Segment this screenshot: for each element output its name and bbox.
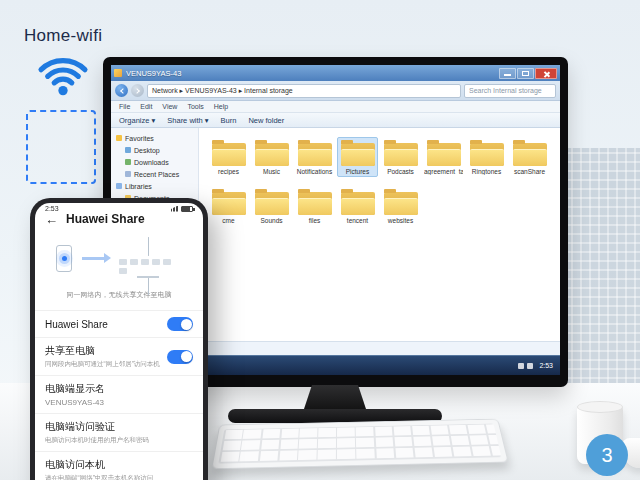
folder-view: recipes Music Notifications Pictures Pod…: [199, 128, 560, 341]
folder-icon: [212, 189, 246, 215]
share-caption: 同一网络内，无线共享文件至电脑: [45, 290, 193, 300]
folder-icon: [384, 189, 418, 215]
menu-bar: File Edit View Tools Help: [111, 101, 560, 113]
folder-item[interactable]: Sounds: [251, 186, 292, 226]
share-with-button[interactable]: Share with ▾: [167, 116, 208, 125]
folder-icon: [384, 140, 418, 166]
organize-button[interactable]: Organize ▾: [119, 116, 155, 125]
phone-status-bar: 2:53: [35, 203, 203, 212]
monitor-stand-neck: [303, 385, 367, 412]
step-number-badge: 3: [586, 434, 628, 476]
network-zone-outline: [26, 110, 96, 184]
access-verification-row[interactable]: 电脑端访问验证 电脑访问本机时使用的用户名和密码: [35, 413, 203, 451]
clock[interactable]: 2:53: [536, 362, 556, 369]
folder-item[interactable]: Podcasts: [380, 137, 421, 177]
sidebar-item-downloads[interactable]: Downloads: [111, 156, 198, 168]
folder-item[interactable]: agreement_talk: [423, 137, 464, 177]
recent-places-icon: [125, 171, 131, 177]
wifi-icon: [34, 50, 92, 96]
toggle-knob: [181, 319, 192, 330]
computer-glyph-icon: [114, 238, 182, 278]
folder-icon: [341, 189, 375, 215]
folder-icon: [298, 189, 332, 215]
window-icon: [114, 69, 122, 77]
folder-icon: [255, 140, 289, 166]
background-building: [562, 148, 640, 388]
folder-icon: [341, 140, 375, 166]
pc-access-row[interactable]: 电脑访问本机 请在电脑端“网络”中双击本机名称访问: [35, 451, 203, 480]
maximize-button[interactable]: [517, 68, 534, 79]
folder-item-selected[interactable]: Pictures: [337, 137, 378, 177]
downloads-icon: [125, 159, 131, 165]
network-tray-icon[interactable]: [518, 363, 524, 369]
search-input[interactable]: Search Internal storage: [464, 84, 556, 98]
folder-item[interactable]: cme: [208, 186, 249, 226]
phone-glyph-icon: [56, 245, 72, 272]
window-title: VENUS9YAS-43: [126, 69, 499, 78]
libraries-icon: [116, 183, 122, 189]
navigation-bar: Network ▸ VENUS9YAS-43 ▸ Internal storag…: [111, 81, 560, 101]
folder-item[interactable]: websites: [380, 186, 421, 226]
keyboard: [211, 419, 509, 470]
command-bar: Organize ▾ Share with ▾ Burn New folder: [111, 113, 560, 128]
sidebar-item-recent[interactable]: Recent Places: [111, 168, 198, 180]
window-titlebar: VENUS9YAS-43: [111, 65, 560, 81]
phone-screen: 2:53 ← Huawei Share: [35, 203, 203, 480]
folder-icon: [513, 140, 547, 166]
burn-button[interactable]: Burn: [221, 116, 237, 125]
battery-icon: [181, 206, 193, 212]
phone: 2:53 ← Huawei Share: [30, 198, 208, 480]
folder-item[interactable]: recipes: [208, 137, 249, 177]
menu-tools[interactable]: Tools: [187, 103, 203, 110]
volume-tray-icon[interactable]: [527, 363, 533, 369]
menu-view[interactable]: View: [162, 103, 177, 110]
menu-file[interactable]: File: [119, 103, 130, 110]
huawei-share-row[interactable]: Huawei Share: [35, 310, 203, 337]
folder-item[interactable]: Ringtones: [466, 137, 507, 177]
sidebar-item-favorites[interactable]: Favorites: [111, 132, 198, 144]
folder-icon: [427, 140, 461, 166]
folder-item[interactable]: scanShare: [509, 137, 550, 177]
device-name-value: VENUS9YAS-43: [45, 398, 193, 407]
folder-icon: [298, 140, 332, 166]
signal-icon: [171, 206, 178, 212]
arrow-icon: [82, 257, 104, 260]
folder-item[interactable]: Notifications: [294, 137, 335, 177]
huawei-share-toggle[interactable]: [167, 317, 193, 331]
back-icon[interactable]: [115, 84, 128, 97]
address-bar[interactable]: Network ▸ VENUS9YAS-43 ▸ Internal storag…: [147, 84, 461, 98]
folder-icon: [212, 140, 246, 166]
close-button[interactable]: [535, 68, 557, 79]
new-folder-button[interactable]: New folder: [248, 116, 284, 125]
keyboard-keys: [218, 424, 501, 464]
desktop-icon: [125, 147, 131, 153]
scene: Home-wifi VENUS9YAS-43: [0, 0, 640, 480]
share-illustration: 同一网络内，无线共享文件至电脑: [35, 226, 203, 310]
phone-clock: 2:53: [45, 205, 59, 212]
phone-header: ← Huawei Share: [35, 212, 203, 226]
toggle-knob: [181, 351, 192, 362]
folder-item[interactable]: files: [294, 186, 335, 226]
folder-icon: [255, 189, 289, 215]
page-title: Huawei Share: [66, 212, 145, 226]
folder-item[interactable]: Music: [251, 137, 292, 177]
system-tray: 2:53: [518, 362, 556, 369]
share-to-pc-toggle[interactable]: [167, 350, 193, 364]
minimize-button[interactable]: [499, 68, 516, 79]
forward-icon[interactable]: [131, 84, 144, 97]
sidebar-item-desktop[interactable]: Desktop: [111, 144, 198, 156]
share-to-pc-row[interactable]: 共享至电脑 同网段内电脑可通过“网上邻居”访问本机: [35, 337, 203, 375]
sidebar-item-libraries[interactable]: Libraries: [111, 180, 198, 192]
star-icon: [116, 135, 122, 141]
folder-icon: [470, 140, 504, 166]
folder-item[interactable]: tencent: [337, 186, 378, 226]
wifi-network-label: Home-wifi: [24, 26, 102, 46]
back-arrow-icon[interactable]: ←: [45, 213, 58, 226]
menu-edit[interactable]: Edit: [140, 103, 152, 110]
menu-help[interactable]: Help: [214, 103, 228, 110]
device-name-row[interactable]: 电脑端显示名 VENUS9YAS-43: [35, 375, 203, 413]
